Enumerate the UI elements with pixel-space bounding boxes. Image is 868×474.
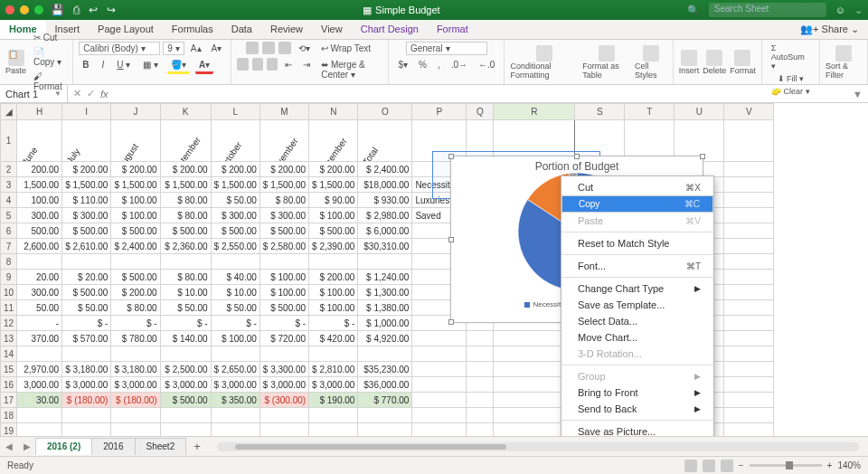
- tab-page-layout[interactable]: Page Layout: [89, 20, 163, 39]
- col-header-S[interactable]: S: [575, 104, 625, 120]
- zoom-icon[interactable]: [34, 5, 43, 14]
- wrap-text-button[interactable]: ↩ Wrap Text: [317, 42, 374, 55]
- row-header-6[interactable]: 6: [1, 223, 17, 239]
- view-break-icon[interactable]: [721, 460, 733, 472]
- minimize-icon[interactable]: [20, 5, 29, 14]
- delete-cells-button[interactable]: Delete: [703, 50, 726, 75]
- confirm-formula-icon[interactable]: ✓: [87, 88, 95, 100]
- align-middle-icon[interactable]: [262, 42, 275, 54]
- row-header-2[interactable]: 2: [1, 162, 17, 177]
- cancel-formula-icon[interactable]: ✕: [73, 88, 81, 100]
- number-format-select[interactable]: General ▾: [406, 42, 487, 55]
- row-header-11[interactable]: 11: [1, 300, 17, 316]
- format-cells-button[interactable]: Format: [730, 50, 756, 75]
- copy-button[interactable]: 📄 Copy ▾: [30, 45, 67, 69]
- user-icon[interactable]: ☺: [835, 5, 845, 15]
- close-icon[interactable]: [5, 5, 14, 14]
- zoom-in-button[interactable]: +: [827, 460, 833, 470]
- tab-format[interactable]: Format: [428, 20, 477, 39]
- font-color-button[interactable]: A▾: [195, 58, 213, 74]
- sort-filter-button[interactable]: Sort & Filter: [826, 45, 862, 80]
- expand-formula-bar-icon[interactable]: ▼: [847, 89, 868, 100]
- bold-button[interactable]: B: [79, 58, 92, 74]
- row-header-15[interactable]: 15: [1, 362, 17, 377]
- zoom-level[interactable]: 140%: [837, 460, 861, 470]
- row-header-19[interactable]: 19: [1, 423, 17, 437]
- dec-dec-icon[interactable]: ←.0: [475, 58, 498, 71]
- underline-button[interactable]: U ▾: [113, 58, 134, 74]
- currency-icon[interactable]: $▾: [394, 58, 411, 71]
- percent-icon[interactable]: %: [415, 58, 430, 71]
- name-box[interactable]: Chart 1▼: [0, 85, 68, 102]
- autosum-button[interactable]: Σ AutoSum ▾: [768, 42, 814, 72]
- comma-icon[interactable]: ,: [434, 58, 444, 71]
- tab-data[interactable]: Data: [222, 20, 261, 39]
- row-header-10[interactable]: 10: [1, 285, 17, 300]
- font-select[interactable]: Calibri (Body) ▾: [79, 42, 160, 55]
- row-header-17[interactable]: 17: [1, 393, 17, 408]
- menu-item-change-chart-type[interactable]: Change Chart Type▶: [561, 280, 713, 297]
- align-left-icon[interactable]: [237, 58, 248, 71]
- format-as-table-button[interactable]: Format as Table: [582, 45, 631, 80]
- col-header-I[interactable]: I: [62, 104, 111, 120]
- row-header-13[interactable]: 13: [1, 331, 17, 346]
- clear-button[interactable]: 🧽 Clear ▾: [768, 85, 814, 98]
- add-sheet-button[interactable]: +: [186, 440, 208, 453]
- col-header-Q[interactable]: Q: [467, 104, 494, 120]
- col-header-L[interactable]: L: [211, 104, 259, 120]
- col-header-T[interactable]: T: [625, 104, 675, 120]
- cell-styles-button[interactable]: Cell Styles: [635, 45, 667, 80]
- view-normal-icon[interactable]: [684, 460, 697, 472]
- menu-item-save-as-template[interactable]: Save as Template...: [561, 297, 713, 313]
- col-header-P[interactable]: P: [412, 104, 467, 120]
- col-header-U[interactable]: U: [675, 104, 724, 120]
- select-all-cell[interactable]: ◢: [1, 104, 17, 120]
- row-header-4[interactable]: 4: [1, 193, 17, 208]
- fill-button[interactable]: ⬇ Fill ▾: [774, 72, 808, 85]
- fill-color-button[interactable]: 🪣▾: [167, 58, 190, 74]
- border-button[interactable]: ▦ ▾: [139, 58, 162, 74]
- col-header-R[interactable]: R: [494, 104, 575, 120]
- tab-review[interactable]: Review: [261, 20, 312, 39]
- menu-item-select-data[interactable]: Select Data...: [561, 313, 713, 329]
- row-header-5[interactable]: 5: [1, 208, 17, 223]
- tab-view[interactable]: View: [312, 20, 352, 39]
- zoom-slider[interactable]: [750, 464, 822, 467]
- menu-item-cut[interactable]: Cut⌘X: [561, 179, 713, 195]
- save-icon[interactable]: 💾: [51, 4, 64, 16]
- col-header-K[interactable]: K: [160, 104, 211, 120]
- col-header-M[interactable]: M: [259, 104, 308, 120]
- row-header-16[interactable]: 16: [1, 377, 17, 393]
- orientation-icon[interactable]: ⟲▾: [295, 42, 314, 55]
- sheet-tab-2016[interactable]: 2016: [91, 438, 135, 455]
- col-header-N[interactable]: N: [309, 104, 358, 120]
- view-layout-icon[interactable]: [703, 460, 715, 472]
- inc-dec-icon[interactable]: .0→: [448, 58, 471, 71]
- col-header-O[interactable]: O: [358, 104, 412, 120]
- menu-item-move-chart[interactable]: Move Chart...: [561, 329, 713, 346]
- menu-item-save-as-picture[interactable]: Save as Picture...: [561, 423, 713, 436]
- indent-dec-icon[interactable]: ⇤: [281, 58, 296, 81]
- cut-button[interactable]: ✂ Cut: [30, 31, 67, 44]
- undo-icon[interactable]: ↩: [89, 4, 98, 16]
- worksheet-grid[interactable]: ◢HIJKLMNOPQRSTUV 1JuneJulyAugustSeptembe…: [0, 103, 868, 436]
- col-header-H[interactable]: H: [17, 104, 62, 120]
- insert-cells-button[interactable]: Insert: [679, 50, 700, 75]
- print-icon[interactable]: ⎙: [73, 4, 80, 16]
- align-right-icon[interactable]: [267, 58, 278, 71]
- row-header-8[interactable]: 8: [1, 254, 17, 270]
- italic-button[interactable]: I: [99, 58, 108, 74]
- row-header-7[interactable]: 7: [1, 239, 17, 254]
- row-header-14[interactable]: 14: [1, 346, 17, 362]
- row-header-1[interactable]: 1: [1, 120, 17, 162]
- menu-item-copy[interactable]: Copy⌘C: [561, 195, 713, 213]
- align-top-icon[interactable]: [246, 42, 259, 54]
- row-header-12[interactable]: 12: [1, 316, 17, 331]
- align-center-icon[interactable]: [252, 58, 263, 71]
- menu-item-reset-to-match-style[interactable]: Reset to Match Style: [561, 235, 713, 251]
- indent-inc-icon[interactable]: ⇥: [299, 58, 314, 81]
- increase-font-icon[interactable]: A▴: [187, 42, 205, 55]
- row-header-3[interactable]: 3: [1, 177, 17, 193]
- tab-formulas[interactable]: Formulas: [163, 20, 222, 39]
- sheet-nav-next-icon[interactable]: ▶: [18, 441, 36, 451]
